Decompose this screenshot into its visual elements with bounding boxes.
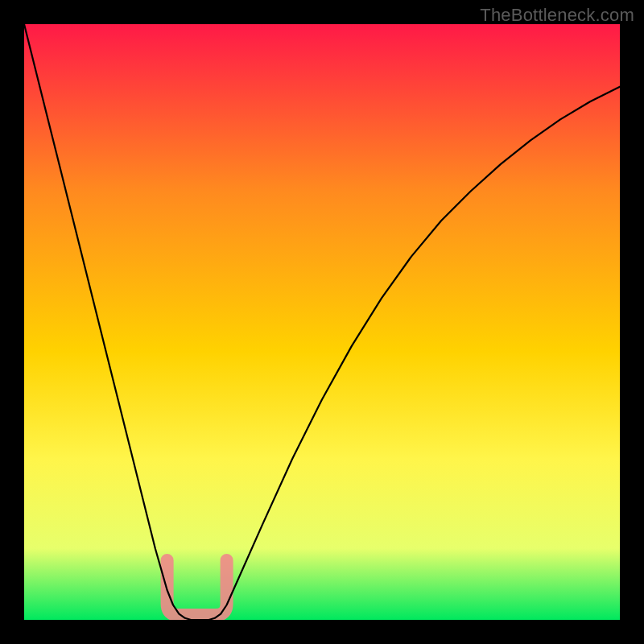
watermark-label: TheBottleneck.com xyxy=(480,5,634,26)
chart-border xyxy=(0,620,644,644)
chart-border xyxy=(0,0,24,644)
chart-svg xyxy=(0,0,644,644)
chart-border xyxy=(620,0,644,644)
plot-area xyxy=(24,24,620,620)
chart-root: TheBottleneck.com xyxy=(0,0,644,644)
